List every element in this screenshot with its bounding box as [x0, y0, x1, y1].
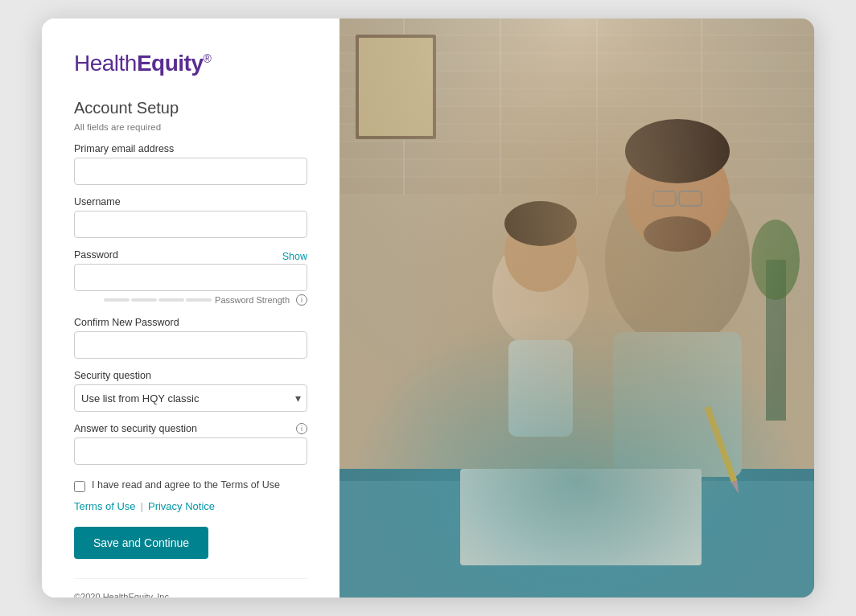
terms-of-use-link[interactable]: Terms of Use — [74, 500, 136, 512]
password-group: Password Show Password Strength i — [74, 249, 307, 306]
photo-background — [340, 18, 814, 598]
strength-info-icon[interactable]: i — [296, 294, 307, 306]
footer-area: ©2020 HealthEquity, Inc. Language Assist… — [74, 578, 307, 598]
right-panel-photo — [340, 18, 814, 598]
security-answer-label: Answer to security question i — [74, 423, 307, 434]
logo: HealthEquity® — [74, 51, 307, 76]
strength-bar-2 — [131, 298, 157, 302]
security-answer-input[interactable] — [74, 437, 307, 465]
security-question-label: Security question — [74, 370, 307, 381]
terms-checkbox-label: I have read and agree to the Terms of Us… — [92, 479, 280, 491]
primary-email-input[interactable] — [74, 158, 307, 185]
confirm-password-group: Confirm New Password — [74, 317, 307, 359]
security-question-select[interactable]: Use list from HQY classic What was your … — [74, 384, 307, 412]
links-separator: | — [141, 500, 143, 512]
terms-checkbox-row: I have read and agree to the Terms of Us… — [74, 479, 307, 492]
confirm-password-input[interactable] — [74, 331, 307, 359]
page-title: Account Setup — [74, 99, 307, 117]
password-label: Password — [74, 249, 118, 261]
strength-bar-4 — [186, 298, 212, 302]
logo-bold: Equity — [137, 51, 204, 76]
username-input[interactable] — [74, 211, 307, 238]
required-note: All fields are required — [74, 122, 307, 132]
terms-checkbox[interactable] — [74, 481, 85, 492]
security-question-group: Security question Use list from HQY clas… — [74, 370, 307, 412]
strength-bars — [104, 298, 212, 302]
logo-regular: Health — [74, 51, 137, 76]
footer-copyright: ©2020 HealthEquity, Inc. — [74, 592, 307, 598]
logo-registered: ® — [204, 52, 212, 65]
username-label: Username — [74, 196, 307, 207]
security-question-select-wrapper: Use list from HQY classic What was your … — [74, 384, 307, 412]
username-group: Username — [74, 196, 307, 238]
primary-email-label: Primary email address — [74, 143, 307, 154]
password-label-row: Password Show — [74, 249, 307, 264]
strength-bar-1 — [104, 298, 130, 302]
privacy-notice-link[interactable]: Privacy Notice — [148, 500, 215, 512]
security-answer-info-icon[interactable]: i — [296, 423, 307, 434]
confirm-password-label: Confirm New Password — [74, 317, 307, 328]
logo-text: HealthEquity® — [74, 51, 211, 76]
strength-bar-3 — [158, 298, 184, 302]
left-panel: HealthEquity® Account Setup All fields a… — [42, 18, 340, 598]
password-strength-row: Password Strength i — [74, 294, 307, 306]
password-input[interactable] — [74, 264, 307, 291]
security-answer-group: Answer to security question i — [74, 423, 307, 465]
save-continue-button[interactable]: Save and Continue — [74, 527, 208, 559]
strength-label: Password Strength — [215, 295, 290, 305]
main-card: HealthEquity® Account Setup All fields a… — [42, 18, 814, 598]
photo-overlay — [340, 18, 814, 598]
links-row: Terms of Use | Privacy Notice — [74, 500, 307, 512]
primary-email-group: Primary email address — [74, 143, 307, 185]
password-show-link[interactable]: Show — [282, 251, 307, 262]
